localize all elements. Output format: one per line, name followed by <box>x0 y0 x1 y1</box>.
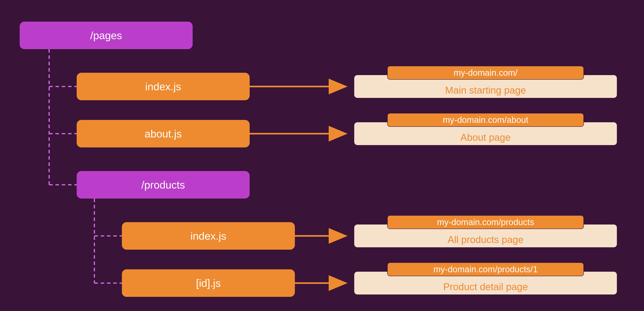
url-pill-main: my-domain.com/ <box>387 66 584 80</box>
url-pill-about: my-domain.com/about <box>387 113 584 127</box>
file-products-id: [id].js <box>122 269 295 297</box>
page-desc-main: Main starting page <box>445 84 526 96</box>
folder-products: /products <box>77 171 250 198</box>
diagram-canvas: /pages index.js about.js /products index… <box>0 0 644 311</box>
page-desc-about: About page <box>460 132 511 143</box>
file-about: about.js <box>77 120 250 148</box>
file-index: index.js <box>77 73 250 100</box>
page-desc-product-detail: Product detail page <box>443 281 528 292</box>
url-pill-product-detail: my-domain.com/products/1 <box>387 262 584 276</box>
folder-pages: /pages <box>20 22 193 49</box>
file-products-index: index.js <box>122 222 295 250</box>
page-desc-products: All products page <box>448 234 524 245</box>
url-pill-products: my-domain.com/products <box>387 215 584 229</box>
